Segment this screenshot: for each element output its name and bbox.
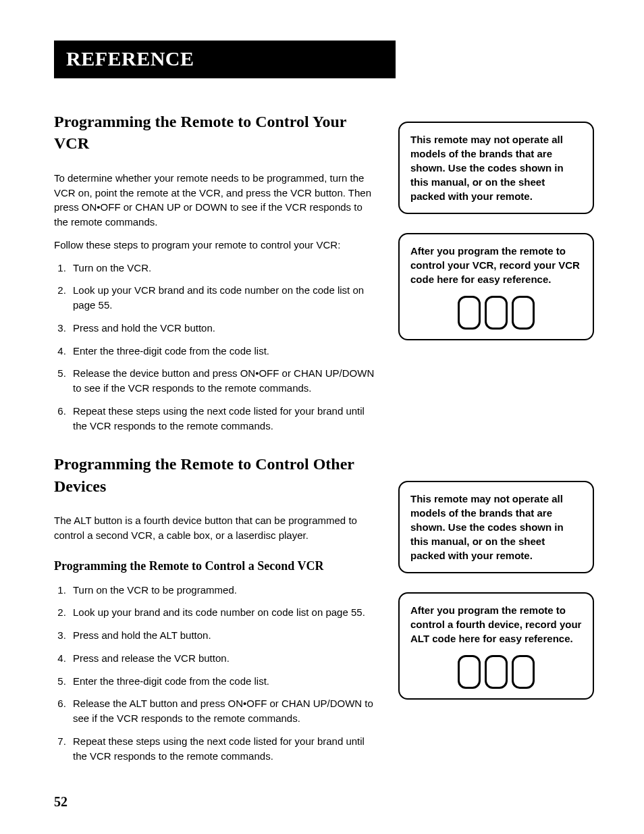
- spacer: [398, 359, 594, 481]
- page-number: 52: [54, 794, 68, 810]
- digit-placeholders: [410, 296, 582, 330]
- list-item: Press and release the VCR button.: [69, 651, 378, 666]
- steps-list-2: Turn on the VCR to be programmed. Look u…: [54, 583, 378, 764]
- list-item: Look up your VCR brand and its code numb…: [69, 283, 378, 313]
- note-box-1: This remote may not operate all models o…: [398, 122, 594, 214]
- list-item: Look up your brand and its code number o…: [69, 605, 378, 620]
- digit-box: [512, 655, 535, 689]
- list-item: Release the ALT button and press ON•OFF …: [69, 696, 378, 726]
- list-item: Enter the three-digit code from the code…: [69, 674, 378, 689]
- record-box-alt: After you program the remote to control …: [398, 592, 594, 700]
- digit-box: [458, 296, 481, 330]
- intro-paragraph-1: To determine whether your remote needs t…: [54, 171, 378, 230]
- record-label-vcr: After you program the remote to control …: [410, 244, 582, 286]
- digit-box: [485, 296, 508, 330]
- digit-box: [485, 655, 508, 689]
- record-box-vcr: After you program the remote to control …: [398, 233, 594, 340]
- subheading-second-vcr: Programming the Remote to Control a Seco…: [54, 559, 378, 573]
- list-item: Release the device button and press ON•O…: [69, 366, 378, 396]
- heading-vcr-programming: Programming the Remote to Control Your V…: [54, 111, 378, 155]
- manual-page: REFERENCE Programming the Remote to Cont…: [0, 0, 644, 834]
- list-item: Repeat these steps using the next code l…: [69, 404, 378, 434]
- follow-paragraph: Follow these steps to program your remot…: [54, 238, 378, 253]
- left-column: Programming the Remote to Control Your V…: [54, 111, 378, 783]
- list-item: Turn on the VCR to be programmed.: [69, 583, 378, 598]
- record-label-alt: After you program the remote to control …: [410, 603, 582, 646]
- list-item: Press and hold the VCR button.: [69, 321, 378, 336]
- digit-box: [512, 296, 535, 330]
- steps-list-1: Turn on the VCR. Look up your VCR brand …: [54, 261, 378, 434]
- spacer: [398, 111, 594, 122]
- digit-box: [458, 655, 481, 689]
- two-column-layout: Programming the Remote to Control Your V…: [54, 111, 603, 783]
- intro-paragraph-2: The ALT button is a fourth device button…: [54, 513, 378, 543]
- list-item: Turn on the VCR.: [69, 261, 378, 276]
- list-item: Repeat these steps using the next code l…: [69, 734, 378, 764]
- heading-other-devices: Programming the Remote to Control Other …: [54, 453, 378, 497]
- note-box-2: This remote may not operate all models o…: [398, 481, 594, 573]
- section-banner: REFERENCE: [54, 41, 396, 78]
- list-item: Press and hold the ALT button.: [69, 628, 378, 643]
- list-item: Enter the three-digit code from the code…: [69, 344, 378, 359]
- digit-placeholders: [410, 655, 582, 689]
- right-column: This remote may not operate all models o…: [398, 111, 594, 783]
